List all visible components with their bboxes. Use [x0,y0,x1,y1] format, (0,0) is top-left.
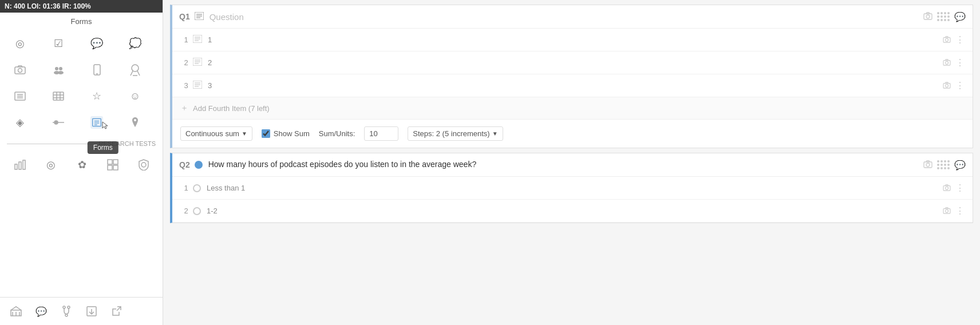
q2-item-1-more-icon[interactable]: ⋮ [953,181,966,195]
q1-item-1-actions: ⋮ [943,33,966,46]
q1-placeholder: Question [210,12,923,22]
svg-point-49 [926,15,930,18]
q1-item-2: 2 2 ⋮ [172,51,973,74]
q2-item-2-text: 1-2 [207,207,943,215]
research-grid-icon[interactable] [97,152,128,178]
q2-item-1: 1 Less than 1 ⋮ [172,177,973,200]
sidebar-pin-icon[interactable] [120,109,151,136]
sidebar-slider-icon[interactable] [43,109,74,136]
import-bottom-icon[interactable] [80,301,103,322]
q2-item-1-text: Less than 1 [207,184,943,192]
q1-item-1-camera-icon[interactable] [943,35,951,45]
svg-point-1 [18,69,22,73]
message-bottom-icon[interactable]: 💬 [30,301,53,322]
q1-item-3-actions: ⋮ [943,79,966,92]
q1-item-1-more-icon[interactable]: ⋮ [953,33,966,46]
q1-item-2-more-icon[interactable]: ⋮ [953,56,966,69]
q2-text: How many hours of podcast episodes do yo… [208,159,923,171]
q1-item-1-num: 1 [179,35,193,44]
q1-add-item-row[interactable]: ＋ Add Fourth Item (7 left) [172,97,973,119]
sidebar-checkbox-icon[interactable]: ☑ [43,30,74,57]
q1-item-1-icon [193,35,202,45]
sidebar-radio-icon[interactable]: ◎ [5,30,35,57]
research-icon-grid: ◎ ✿ [0,149,163,180]
q1-item-3-more-icon[interactable]: ⋮ [953,79,966,92]
research-tests-label: RESEARCH TESTS [99,140,156,147]
svg-rect-25 [19,162,21,169]
sidebar-diamond-icon[interactable]: ◈ [5,109,35,136]
q1-item-3-num: 3 [179,81,193,90]
sidebar-star-icon[interactable]: ☆ [81,83,112,109]
q1-item-3-camera-icon[interactable] [943,81,951,90]
sidebar-comment-icon[interactable]: 💭 [120,30,151,57]
research-flower-icon[interactable]: ✿ [66,152,97,178]
q2-label: Q2 [179,160,190,169]
q1-chat-icon[interactable]: 💬 [954,11,966,22]
q1-item-2-actions: ⋮ [943,56,966,69]
q1-item-1-text: 1 [208,35,943,44]
continuous-sum-label: Continuous sum [185,129,239,138]
svg-rect-27 [108,160,112,164]
sidebar-table-icon[interactable] [43,83,74,109]
continuous-sum-dropdown[interactable]: Continuous sum ▼ [180,126,252,141]
svg-point-36 [63,306,65,308]
dropdown-chevron: ▼ [242,130,247,137]
research-target-icon[interactable]: ◎ [35,152,66,178]
question-block-q1: Q1 Question 💬 1 1 [170,5,973,148]
show-sum-text: Show Sum [274,129,310,138]
svg-line-43 [117,307,121,311]
steps-dropdown[interactable]: Steps: 2 (5 increments) ▼ [408,126,503,141]
svg-point-5 [58,71,64,74]
sum-units-label: Sum/Units: [319,129,355,138]
q1-actions: 💬 [923,11,966,22]
q2-camera-icon[interactable] [923,160,932,170]
svg-point-31 [141,162,146,167]
sidebar-emoji-icon[interactable]: ☺ [120,83,151,109]
sidebar-speech-icon[interactable]: 💬 [81,30,112,57]
research-tests-divider: RESEARCH TESTS [0,138,163,149]
q2-grid-icon[interactable] [936,159,951,171]
sidebar-list-icon[interactable] [5,83,35,109]
q2-type-icon [195,161,203,169]
sidebar-forms-icon[interactable]: Forms [81,109,112,136]
bank-bottom-icon[interactable] [5,301,27,322]
q2-item-1-radio [193,184,201,192]
q2-header: Q2 How many hours of podcast episodes do… [172,153,973,177]
export-bottom-icon[interactable] [105,301,128,322]
q2-chat-icon[interactable]: 💬 [954,160,966,171]
sidebar-group-icon[interactable] [43,57,74,83]
sidebar-camera-icon[interactable] [5,57,35,83]
forms-icon-grid: ◎ ☑ 💬 💭 ☆ ☺ ◈ [0,28,163,138]
add-item-icon: ＋ [180,103,188,113]
research-shield-icon[interactable] [128,152,159,178]
svg-rect-29 [108,165,112,170]
q1-item-2-num: 2 [179,58,193,67]
q1-item-2-camera-icon[interactable] [943,58,951,68]
sidebar-award-icon[interactable] [120,57,151,83]
main-content: Q1 Question 💬 1 1 [163,0,980,325]
q1-camera-icon[interactable] [923,12,932,22]
q2-item-2-camera-icon[interactable] [943,207,951,216]
svg-rect-28 [113,160,118,164]
q1-item-2-text: 2 [208,58,943,67]
forms-section-title: Forms [0,13,163,28]
show-sum-checkbox[interactable] [262,129,270,138]
stats-label: N: 400 LOI: 01:36 IR: 100% [5,2,91,10]
svg-point-8 [132,65,139,72]
svg-point-67 [945,84,948,87]
svg-point-69 [926,163,930,167]
svg-point-37 [68,306,70,308]
sum-units-input[interactable] [364,126,398,141]
svg-point-3 [59,67,62,70]
q2-item-1-camera-icon[interactable] [943,184,951,193]
svg-rect-24 [15,164,17,169]
q1-header: Q1 Question 💬 [172,5,973,29]
q1-grid-icon[interactable] [936,11,951,22]
q2-item-2-more-icon[interactable]: ⋮ [953,204,966,217]
show-sum-checkbox-label[interactable]: Show Sum [262,129,310,138]
sidebar-mobile-icon[interactable] [81,57,112,83]
research-chart-icon[interactable] [5,152,35,178]
q1-label: Q1 [179,12,190,21]
fork-bottom-icon[interactable] [55,301,78,322]
q2-item-2-num: 2 [179,207,193,215]
